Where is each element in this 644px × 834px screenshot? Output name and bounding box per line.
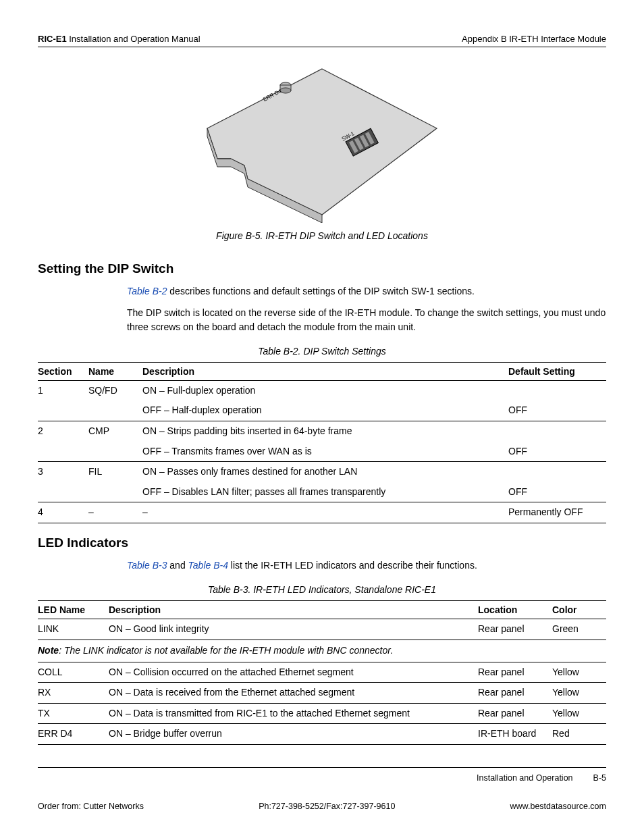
footer-phone: Ph:727-398-5252/Fax:727-397-9610 [259, 802, 395, 811]
footer-url: www.bestdatasource.com [510, 802, 606, 811]
th-section: Section [38, 362, 88, 380]
th-default: Default Setting [508, 362, 606, 380]
note-text: : The LINK indicator is not available fo… [59, 645, 393, 656]
figure-b5: SW-1 ERR D4 [38, 61, 606, 225]
table-row: 3 FIL ON – Passes only frames destined f… [38, 462, 606, 482]
th-ledname: LED Name [38, 601, 109, 619]
table-row: OFF – Disables LAN filter; passes all fr… [38, 482, 606, 502]
table-b3-caption: Table B-3. IR-ETH LED Indicators, Standa… [38, 584, 606, 595]
table-row: OFF – Transmits frames over WAN as is OF… [38, 442, 606, 462]
th-ledloc: Location [478, 601, 552, 619]
xref-table-b4[interactable]: Table B-4 [188, 560, 228, 571]
table-b3: LED Name Description Location Color LINK… [38, 600, 606, 745]
table-note-row: Note: The LINK indicator is not availabl… [38, 640, 606, 662]
figure-caption: Figure B-5. IR-ETH DIP Switch and LED Lo… [38, 230, 606, 241]
section-dip-switch-title: Setting the DIP Switch [38, 261, 606, 276]
table-row: COLL ON – Collision occurred on the atta… [38, 662, 606, 683]
th-desc: Description [142, 362, 508, 380]
table-row: LINK ON – Good link integrity Rear panel… [38, 619, 606, 640]
footer-order: Order from: Cutter Networks [38, 802, 144, 811]
header-right: Appendix B IR-ETH Interface Module [462, 34, 606, 44]
header-title: Installation and Operation Manual [67, 34, 200, 44]
xref-table-b3[interactable]: Table B-3 [127, 560, 167, 571]
th-name: Name [88, 362, 142, 380]
svg-marker-0 [207, 69, 437, 215]
table-row: RX ON – Data is received from the Ethern… [38, 683, 606, 704]
table-row: 4 – – Permanently OFF [38, 502, 606, 523]
header-product: RIC-E1 [38, 34, 67, 44]
section-led-title: LED Indicators [38, 536, 606, 550]
led-para-1: Table B-3 and Table B-4 list the IR-ETH … [127, 558, 606, 572]
table-row: 1 SQ/FD ON – Full-duplex operation [38, 380, 606, 400]
header-left: RIC-E1 Installation and Operation Manual [38, 34, 200, 44]
note-label: Note [38, 645, 59, 656]
table-row: ERR D4 ON – Bridge buffer overrun IR-ETH… [38, 724, 606, 745]
page-header: RIC-E1 Installation and Operation Manual… [38, 34, 606, 47]
xref-table-b2[interactable]: Table B-2 [127, 286, 167, 296]
dip-para-1: Table B-2 describes functions and defaul… [127, 284, 606, 298]
th-leddesc: Description [109, 601, 478, 619]
table-row: TX ON – Data is transmitted from RIC-E1 … [38, 703, 606, 724]
table-b2-caption: Table B-2. DIP Switch Settings [38, 346, 606, 357]
footer-section: Installation and Operation [477, 773, 572, 783]
table-row: OFF – Half-duplex operation OFF [38, 400, 606, 421]
th-ledcolor: Color [552, 601, 606, 619]
footer-page: B-5 [593, 773, 606, 783]
table-row: 2 CMP ON – Strips padding bits inserted … [38, 421, 606, 442]
page-footer: Installation and Operation B-5 Order fro… [38, 767, 606, 811]
dip-para-2: The DIP switch is located on the reverse… [127, 306, 606, 334]
board-illustration-icon: SW-1 ERR D4 [200, 61, 444, 223]
table-b2: Section Name Description Default Setting… [38, 362, 606, 523]
